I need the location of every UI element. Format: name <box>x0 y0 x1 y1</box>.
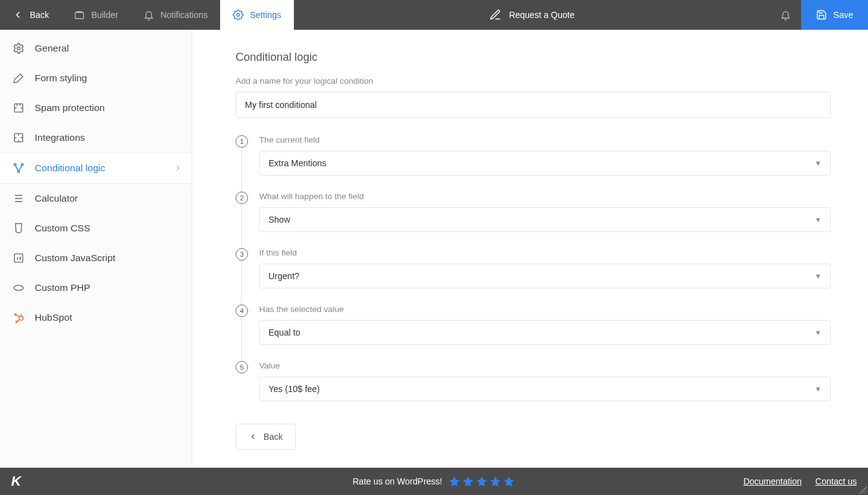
resize-grip-icon[interactable] <box>859 486 867 494</box>
sidebar-item-custom-javascript[interactable]: Custom JavaScript <box>0 243 192 273</box>
chevron-down-icon: ▼ <box>815 159 822 167</box>
save-button[interactable]: Save <box>801 0 868 30</box>
sidebar-item-label: Custom PHP <box>35 282 91 293</box>
sidebar-item-conditional-logic[interactable]: Conditional logic <box>0 153 192 184</box>
step-number: 2 <box>236 192 248 204</box>
sidebar-item-custom-css[interactable]: Custom CSS <box>0 213 192 243</box>
chevron-right-icon <box>173 163 183 173</box>
tab-notifications[interactable]: Notifications <box>131 0 220 30</box>
select-value: Show <box>268 215 290 225</box>
sidebar-item-label: Form styling <box>35 73 87 84</box>
select-value: Extra Mentions <box>268 158 326 168</box>
css-icon <box>12 222 25 234</box>
star-icon <box>448 475 461 488</box>
save-icon <box>816 9 827 20</box>
sidebar-item-label: Custom CSS <box>35 223 91 234</box>
step-label: Value <box>259 361 831 370</box>
chevron-down-icon: ▼ <box>815 385 822 393</box>
svg-rect-8 <box>14 254 22 262</box>
sidebar-item-form-styling[interactable]: Form styling <box>0 63 192 93</box>
puzzle-icon <box>12 102 25 114</box>
sidebar-item-hubspot[interactable]: HubSpot <box>0 303 192 332</box>
sidebar-item-label: HubSpot <box>35 312 72 323</box>
step-number: 3 <box>236 248 248 261</box>
chevron-down-icon: ▼ <box>815 216 822 223</box>
settings-label: Settings <box>250 10 281 20</box>
calculator-icon <box>12 192 25 205</box>
sidebar-item-general[interactable]: General <box>0 33 192 63</box>
hubspot-icon <box>12 311 25 324</box>
bell-icon <box>780 9 791 20</box>
select-value: Yes (10$ fee) <box>268 384 320 394</box>
chevron-down-icon: ▼ <box>815 272 822 280</box>
svg-point-5 <box>14 164 16 166</box>
step-number: 5 <box>236 361 248 373</box>
svg-point-1 <box>237 14 240 17</box>
sidebar-item-integrations[interactable]: Integrations <box>0 123 192 153</box>
footer-bar: K Rate us on WordPress! Documentation Co… <box>0 468 868 495</box>
builder-label: Builder <box>91 10 118 20</box>
page-title: Request a Quote <box>509 10 575 20</box>
bell-icon <box>143 9 154 20</box>
brush-icon <box>12 72 25 84</box>
step-label: What will happen to the field <box>259 192 831 201</box>
star-icon <box>462 475 474 488</box>
php-icon <box>12 282 25 294</box>
tab-settings[interactable]: Settings <box>220 0 294 30</box>
star-icon <box>503 475 515 488</box>
sidebar-item-label: Calculator <box>35 193 78 204</box>
brand-logo: K <box>11 473 21 489</box>
step-number: 4 <box>236 305 248 317</box>
value-select[interactable]: Yes (10$ fee) ▼ <box>259 377 831 401</box>
notifications-label: Notifications <box>161 10 208 20</box>
js-icon <box>12 252 25 264</box>
tab-builder[interactable]: Builder <box>61 0 131 30</box>
sidebar-item-spam-protection[interactable]: Spam protection <box>0 93 192 123</box>
chevron-left-icon <box>249 432 257 441</box>
gear-icon <box>12 42 25 55</box>
sidebar-item-custom-php[interactable]: Custom PHP <box>0 273 192 303</box>
edit-icon <box>489 9 502 21</box>
svg-point-9 <box>14 285 24 290</box>
star-icon <box>489 475 502 488</box>
svg-point-6 <box>21 164 23 166</box>
star-icon <box>476 475 488 488</box>
topbar-bell[interactable] <box>770 0 801 30</box>
name-field-label: Add a name for your logical condition <box>236 76 831 86</box>
if-field-select[interactable]: Urgent? ▼ <box>259 264 831 288</box>
gear-icon <box>232 9 244 20</box>
logic-icon <box>12 162 25 174</box>
step-label: Has the selected value <box>259 305 831 314</box>
condition-name-input[interactable] <box>236 92 831 118</box>
step-label: If this field <box>259 248 831 257</box>
back-button[interactable]: Back <box>0 0 61 30</box>
rating-stars[interactable] <box>448 475 515 488</box>
contact-link[interactable]: Contact us <box>815 476 857 486</box>
svg-rect-0 <box>75 12 84 19</box>
settings-sidebar: General Form styling Spam protection Int… <box>0 30 192 468</box>
back-label: Back <box>30 10 49 20</box>
back-label: Back <box>264 432 283 442</box>
step-label: The current field <box>259 135 831 145</box>
svg-point-2 <box>17 47 20 50</box>
sidebar-item-calculator[interactable]: Calculator <box>0 184 192 213</box>
documentation-link[interactable]: Documentation <box>743 476 802 486</box>
select-value: Equal to <box>268 328 300 337</box>
puzzle-icon <box>12 132 25 144</box>
main-panel: Conditional logic Add a name for your lo… <box>192 30 868 468</box>
svg-point-7 <box>17 171 19 172</box>
chevron-left-icon <box>12 9 24 20</box>
builder-icon <box>74 9 85 20</box>
current-field-select[interactable]: Extra Mentions ▼ <box>259 151 831 176</box>
step-number: 1 <box>236 135 248 148</box>
action-select[interactable]: Show ▼ <box>259 207 831 232</box>
section-title: Conditional logic <box>236 51 831 64</box>
back-button[interactable]: Back <box>236 424 296 450</box>
sidebar-item-label: Conditional logic <box>35 163 105 174</box>
select-value: Urgent? <box>268 271 299 281</box>
chevron-down-icon: ▼ <box>815 329 822 336</box>
sidebar-item-label: Integrations <box>35 132 85 143</box>
page-title-bar: Request a Quote <box>294 0 771 30</box>
sidebar-item-label: General <box>35 43 69 54</box>
operator-select[interactable]: Equal to ▼ <box>259 320 831 345</box>
